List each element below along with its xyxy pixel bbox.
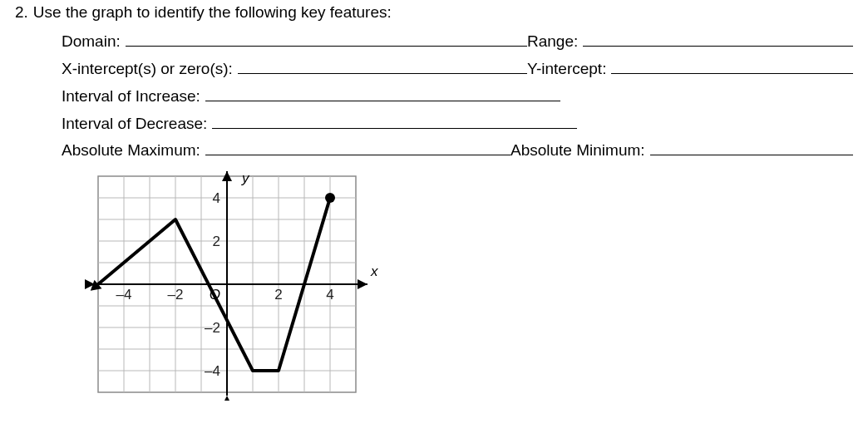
graph-svg: –4–224–4–224Oyx: [81, 168, 381, 401]
row-increase: Interval of Increase:: [62, 83, 853, 106]
question-prompt: Use the graph to identify the following …: [33, 3, 392, 22]
svg-text:2: 2: [213, 234, 220, 249]
svg-text:–4: –4: [116, 287, 132, 303]
blank-y-intercept[interactable]: [611, 56, 853, 74]
svg-text:–2: –2: [205, 320, 220, 336]
label-y-intercept: Y-intercept:: [527, 60, 606, 78]
label-abs-max: Absolute Maximum:: [62, 141, 200, 160]
svg-text:4: 4: [213, 190, 220, 206]
row-decrease: Interval of Decrease:: [62, 111, 853, 133]
svg-text:x: x: [370, 263, 378, 279]
question-number: 2.: [15, 3, 28, 22]
row-domain-range: Domain: Range:: [62, 28, 853, 51]
row-abs-extrema: Absolute Maximum: Absolute Minimum:: [62, 138, 853, 160]
label-decrease: Interval of Decrease:: [62, 115, 207, 133]
worksheet-page: 2. Use the graph to identify the followi…: [0, 0, 868, 438]
svg-text:4: 4: [326, 287, 333, 303]
blank-abs-max[interactable]: [205, 138, 510, 156]
svg-text:–4: –4: [205, 363, 220, 379]
blank-abs-min[interactable]: [650, 138, 853, 156]
svg-text:y: y: [241, 170, 250, 186]
blank-increase[interactable]: [205, 83, 560, 101]
label-increase: Interval of Increase:: [62, 87, 200, 106]
blank-x-intercepts[interactable]: [238, 56, 527, 74]
fields-block: Domain: Range: X-intercept(s) or zero(s)…: [15, 28, 853, 160]
row-intercepts: X-intercept(s) or zero(s): Y-intercept:: [62, 56, 853, 78]
svg-text:2: 2: [274, 287, 282, 303]
graph-container: –4–224–4–224Oyx: [81, 168, 853, 401]
blank-range[interactable]: [583, 28, 853, 47]
label-range: Range:: [527, 32, 578, 51]
blank-domain[interactable]: [126, 28, 527, 47]
label-x-intercepts: X-intercept(s) or zero(s):: [62, 60, 233, 78]
label-abs-min: Absolute Minimum:: [510, 141, 645, 160]
blank-decrease[interactable]: [212, 111, 577, 129]
svg-text:–2: –2: [168, 287, 184, 303]
svg-point-33: [325, 193, 335, 203]
question-header: 2. Use the graph to identify the followi…: [15, 3, 853, 22]
label-domain: Domain:: [62, 32, 121, 51]
